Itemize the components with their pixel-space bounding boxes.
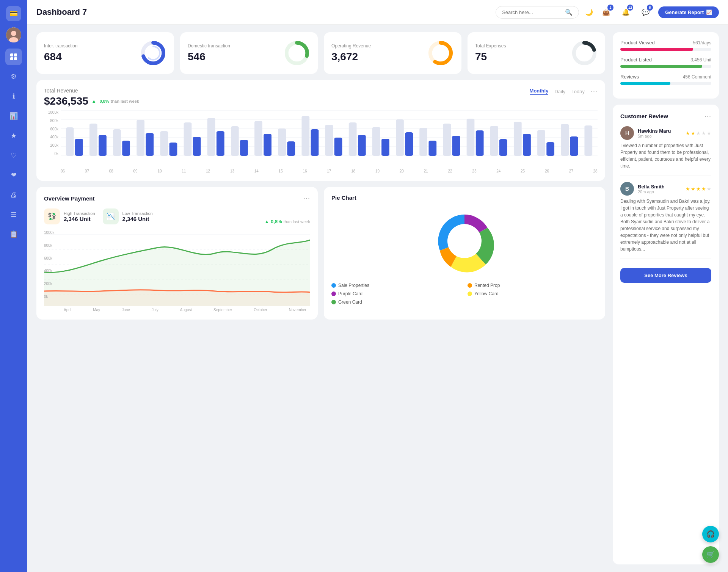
sidebar-item-list[interactable]: ☰ [5,206,22,223]
payment-more-btn[interactable]: ··· [303,194,310,202]
reviewer-avatar-1: B [620,182,634,196]
total-expenses-value: 75 [475,51,506,63]
reviews-value: 456 Comment [683,74,711,80]
content-left: Inter. transaction 684 Domestic transact… [36,32,605,564]
pie-legend: Sale Properties Rented Prop Purple Card [331,283,598,305]
svg-rect-64 [561,124,569,156]
wallet-icon-btn[interactable]: 👜 2 [599,5,613,19]
sidebar-item-dashboard[interactable] [5,49,22,65]
sidebar-item-doc[interactable]: 📋 [5,226,22,243]
svg-rect-33 [193,137,201,156]
payment-stats: 💱 High Transaction 2,346 Unit 📉 Low Tran… [44,208,310,224]
bell-icon-btn[interactable]: 🔔 12 [619,5,632,19]
payment-card: Overview Payment ··· 💱 High Transaction … [36,187,318,320]
stats-widget: Product Viewed 561/days Product Listed 3… [613,32,719,99]
cart-fab[interactable]: 🛒 [702,546,719,563]
reviewer-time-1: 20m ago [638,190,665,194]
stat-card-inter: Inter. transaction 684 [36,32,174,74]
total-expenses-label: Total Expenses [475,43,506,49]
product-listed-value: 3,456 Unit [690,57,711,63]
svg-rect-37 [240,140,248,156]
svg-rect-5 [10,57,13,60]
chat-icon-btn[interactable]: 💬 5 [639,5,652,19]
svg-rect-50 [396,119,404,156]
sidebar-logo[interactable]: 💳 [6,6,21,21]
sidebar-item-print[interactable]: 🖨 [5,186,22,203]
reviewer-stars-1: ★★★★★ [686,186,711,192]
domestic-transaction-label: Domestic transaction [188,43,230,49]
generate-report-button[interactable]: Generate Report 📈 [658,6,719,18]
svg-rect-42 [301,116,309,156]
low-transaction-icon: 📉 [103,208,119,224]
product-viewed-value: 561/days [693,40,711,45]
reviewer-text-0: I viewed a number of properties with Jus… [620,142,711,169]
svg-rect-49 [381,139,389,156]
svg-rect-23 [75,139,83,156]
revenue-value: $236,535 ▲ 0,8% than last week [44,95,139,107]
svg-rect-30 [160,131,168,156]
svg-rect-27 [122,141,130,156]
reviewer-name-1: Bella Smith [638,184,665,190]
revenue-more-btn[interactable]: ··· [591,88,598,96]
tab-monthly[interactable]: Monthly [530,88,549,95]
svg-rect-38 [254,121,262,156]
search-input[interactable] [502,9,562,15]
svg-rect-36 [231,126,239,156]
expenses-donut [571,40,598,66]
tab-daily[interactable]: Daily [554,89,565,94]
svg-rect-48 [372,127,380,156]
domestic-donut [284,40,310,66]
see-more-reviews-button[interactable]: See More Reviews [620,268,711,283]
legend-green-card: Green Card [338,299,362,305]
dark-mode-toggle[interactable]: 🌙 [585,8,593,16]
revenue-title: Total Revenue [44,88,139,94]
stat-card-revenue: Operating Revenue 3,672 [324,32,461,74]
reviews-stat: Reviews 456 Comment [620,74,711,85]
search-icon[interactable]: 🔍 [565,9,573,16]
pie-card: Pie Chart [324,187,605,320]
sidebar-item-settings[interactable]: ⚙ [5,68,22,85]
svg-rect-34 [207,118,215,156]
svg-rect-43 [311,129,319,156]
svg-rect-54 [443,124,451,156]
stat-card-expenses: Total Expenses 75 [468,32,605,74]
revenue-card: Total Revenue $236,535 ▲ 0,8% than last … [36,80,605,181]
sidebar-avatar[interactable] [6,27,21,42]
sidebar-item-heart[interactable]: ♡ [5,147,22,164]
reviewer-stars-0: ★★★★★ [686,130,711,136]
payment-pct: ▲ 0,8% than last week [264,219,310,224]
review-item-1: B Bella Smith 20m ago ★★★★★ Dealing with… [620,182,711,259]
svg-point-1 [11,31,16,36]
wallet-badge: 2 [607,5,613,11]
sidebar-item-info[interactable]: ℹ [5,88,22,105]
svg-rect-55 [452,136,460,156]
svg-rect-41 [287,141,295,156]
svg-rect-56 [467,119,475,156]
review-widget: Customer Review ··· H Hawkins Maru 5m ag… [613,105,719,564]
legend-sale-properties: Sale Properties [338,283,369,288]
tab-today[interactable]: Today [571,89,585,94]
sidebar-item-analytics[interactable]: 📊 [5,108,22,124]
svg-rect-35 [217,131,224,156]
svg-rect-29 [146,133,154,156]
header-icons: 🌙 👜 2 🔔 12 💬 5 Generate Report 📈 [585,5,719,19]
sidebar-item-star[interactable]: ★ [5,127,22,144]
legend-rented-prop: Rented Prop [474,283,500,288]
search-box[interactable]: 🔍 [496,6,579,19]
payment-title: Overview Payment [44,195,94,202]
revenue-tabs: Monthly Daily Today ··· [530,88,598,96]
product-listed-stat: Product Listed 3,456 Unit [620,57,711,68]
svg-rect-61 [523,134,531,156]
support-fab[interactable]: 🎧 [702,526,719,542]
svg-rect-46 [349,122,357,156]
high-transaction-icon: 💱 [44,208,60,224]
svg-rect-63 [546,142,554,156]
pie-chart-svg [430,207,499,275]
review-more-btn[interactable]: ··· [704,112,711,120]
svg-rect-6 [14,57,17,60]
legend-yellow-card: Yellow Card [474,291,499,296]
sidebar-item-heart2[interactable]: ❤ [5,167,22,183]
reviews-label: Reviews [620,74,639,80]
svg-rect-39 [264,134,271,156]
review-item-0: H Hawkins Maru 5m ago ★★★★★ I viewed a n… [620,126,711,176]
